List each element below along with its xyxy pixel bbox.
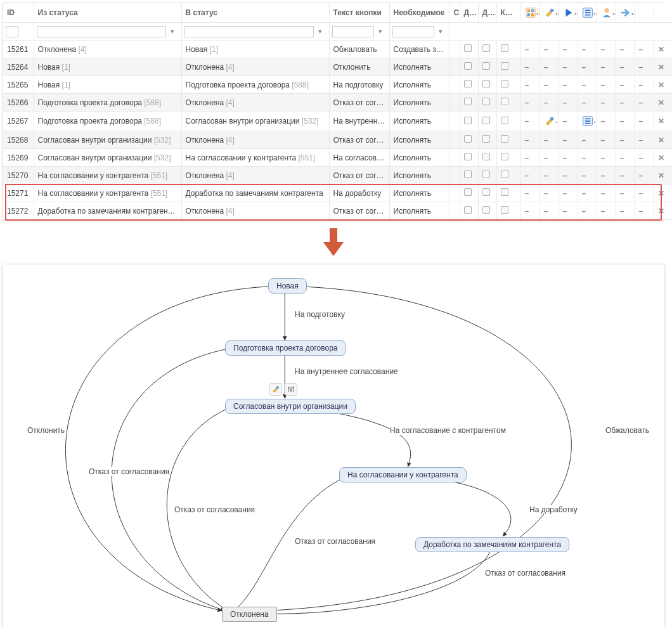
cell-action[interactable]: –: [540, 76, 559, 94]
filter-from-input[interactable]: [37, 26, 166, 37]
cell-checkbox[interactable]: [478, 58, 496, 76]
cell-action[interactable]: –: [616, 167, 635, 184]
filter-btn-input[interactable]: [332, 26, 374, 37]
cell-checkbox[interactable]: [460, 76, 478, 94]
node-new[interactable]: Новая: [268, 278, 307, 294]
table-row[interactable]: 15267Подготовка проекта договора [588]Со…: [3, 112, 672, 131]
node-prep[interactable]: Подготовка проекта договора: [225, 340, 346, 356]
col-to[interactable]: В статус: [181, 3, 329, 23]
cell-action[interactable]: –: [616, 58, 635, 76]
cell-delete[interactable]: ✕: [654, 149, 672, 167]
col-required[interactable]: Необходимое: [389, 3, 449, 23]
cell-action[interactable]: [540, 112, 559, 131]
cell-action[interactable]: –: [559, 41, 578, 58]
col-btn-text[interactable]: Текст кнопки: [329, 3, 389, 23]
cell-checkbox[interactable]: [496, 58, 520, 76]
cell-action[interactable]: –: [559, 202, 578, 220]
cell-checkbox[interactable]: [460, 202, 478, 220]
cell-action[interactable]: –: [635, 41, 654, 58]
col-c[interactable]: С: [449, 3, 460, 23]
col-id[interactable]: ID: [3, 3, 34, 23]
cell-delete[interactable]: ✕: [654, 112, 672, 131]
table-row[interactable]: 15266Подготовка проекта договора [588]От…: [3, 94, 672, 112]
filter-icon[interactable]: ▾: [167, 27, 178, 37]
cell-checkbox[interactable]: [460, 112, 478, 131]
cell-checkbox[interactable]: [460, 184, 478, 202]
cell-action[interactable]: –: [578, 94, 597, 112]
cell-checkbox[interactable]: [478, 184, 496, 202]
table-row[interactable]: 15261Отклонена [4]Новая [1]ОбжаловатьСоз…: [3, 41, 672, 58]
cell-checkbox[interactable]: [496, 131, 520, 149]
cell-action[interactable]: –: [520, 112, 540, 131]
col-icon-brush[interactable]: [540, 3, 559, 23]
cell-action[interactable]: –: [597, 76, 616, 94]
cell-checkbox[interactable]: [496, 41, 520, 58]
filter-icon[interactable]: ▾: [315, 27, 325, 37]
cell-checkbox[interactable]: [478, 167, 496, 184]
cell-checkbox[interactable]: [478, 131, 496, 149]
table-row[interactable]: 15272Доработка по замечаниям контрагента…: [3, 202, 672, 220]
cell-action[interactable]: –: [597, 94, 616, 112]
table-row[interactable]: 15264Новая [1]Отклонена [4]ОтклонитьИспо…: [3, 58, 672, 76]
cell-action[interactable]: –: [578, 167, 597, 184]
filter-req-input[interactable]: [392, 26, 434, 37]
cell-delete[interactable]: ✕: [654, 58, 672, 76]
col-for2[interactable]: Для: [478, 3, 496, 23]
cell-action[interactable]: [578, 112, 597, 131]
node-counter[interactable]: На согласовании у контрагента: [339, 467, 467, 482]
cell-action[interactable]: –: [540, 202, 559, 220]
cell-action[interactable]: –: [540, 131, 559, 149]
filter-id-input[interactable]: [6, 26, 18, 37]
cell-delete[interactable]: ✕: [654, 184, 672, 202]
cell-action[interactable]: –: [578, 76, 597, 94]
cell-action[interactable]: –: [597, 167, 616, 184]
node-inner[interactable]: Согласован внутри организации: [225, 399, 356, 414]
cell-action[interactable]: –: [559, 184, 578, 202]
table-row[interactable]: 15268Согласован внутри организации [532]…: [3, 131, 672, 149]
cell-action[interactable]: –: [578, 184, 597, 202]
cell-delete[interactable]: ✕: [654, 76, 672, 94]
cell-checkbox[interactable]: [460, 58, 478, 76]
cell-action[interactable]: –: [616, 202, 635, 220]
cell-action[interactable]: –: [635, 184, 654, 202]
cell-action[interactable]: –: [520, 94, 540, 112]
cell-checkbox[interactable]: [496, 202, 520, 220]
cell-checkbox[interactable]: [478, 202, 496, 220]
cell-checkbox[interactable]: [460, 94, 478, 112]
cell-checkbox[interactable]: [460, 167, 478, 184]
cell-action[interactable]: –: [635, 112, 654, 131]
cell-delete[interactable]: ✕: [654, 167, 672, 184]
cell-action[interactable]: –: [540, 167, 559, 184]
cell-action[interactable]: –: [578, 131, 597, 149]
cell-action[interactable]: –: [540, 184, 559, 202]
cell-action[interactable]: –: [635, 58, 654, 76]
table-row[interactable]: 15271На согласовании у контрагента [551]…: [3, 184, 672, 202]
cell-action[interactable]: –: [520, 41, 540, 58]
cell-action[interactable]: –: [578, 58, 597, 76]
node-rejected[interactable]: Отклонена: [222, 607, 277, 622]
cell-action[interactable]: –: [520, 202, 540, 220]
cell-delete[interactable]: ✕: [654, 131, 672, 149]
cell-action[interactable]: –: [635, 202, 654, 220]
cell-checkbox[interactable]: [460, 41, 478, 58]
cell-action[interactable]: –: [616, 131, 635, 149]
cell-action[interactable]: –: [635, 131, 654, 149]
cell-checkbox[interactable]: [478, 94, 496, 112]
cell-action[interactable]: –: [559, 58, 578, 76]
cell-action[interactable]: –: [540, 41, 559, 58]
cell-action[interactable]: –: [559, 76, 578, 94]
cell-action[interactable]: –: [597, 184, 616, 202]
cell-action[interactable]: –: [597, 58, 616, 76]
cell-action[interactable]: –: [540, 58, 559, 76]
cell-checkbox[interactable]: [478, 149, 496, 167]
cell-action[interactable]: –: [540, 149, 559, 167]
col-for1[interactable]: Для: [460, 3, 478, 23]
cell-checkbox[interactable]: [478, 76, 496, 94]
cell-checkbox[interactable]: [496, 184, 520, 202]
cell-action[interactable]: –: [520, 149, 540, 167]
cell-checkbox[interactable]: [496, 149, 520, 167]
cell-checkbox[interactable]: [496, 167, 520, 184]
cell-delete[interactable]: ✕: [654, 41, 672, 58]
table-row[interactable]: 15270На согласовании у контрагента [551]…: [3, 167, 672, 184]
node-rework[interactable]: Доработка по замечаниям контрагента: [415, 537, 569, 552]
